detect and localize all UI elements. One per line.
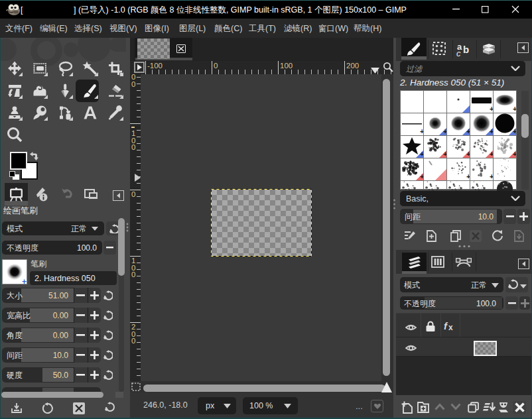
svg-text:+: + [420, 172, 423, 180]
svg-text:+: + [513, 127, 516, 135]
svg-text:+: + [490, 172, 493, 180]
svg-text:+: + [513, 105, 516, 113]
svg-text:+: + [466, 127, 470, 135]
svg-text:+: + [443, 150, 446, 158]
svg-text:+: + [490, 105, 493, 113]
svg-text:+: + [513, 150, 516, 158]
svg-text:+: + [443, 127, 446, 135]
svg-text:+: + [420, 127, 423, 135]
svg-text:+: + [466, 150, 470, 158]
svg-text:+: + [490, 150, 493, 158]
svg-text:+: + [420, 150, 423, 158]
svg-text:+: + [490, 127, 493, 135]
svg-text:+: + [466, 172, 470, 180]
